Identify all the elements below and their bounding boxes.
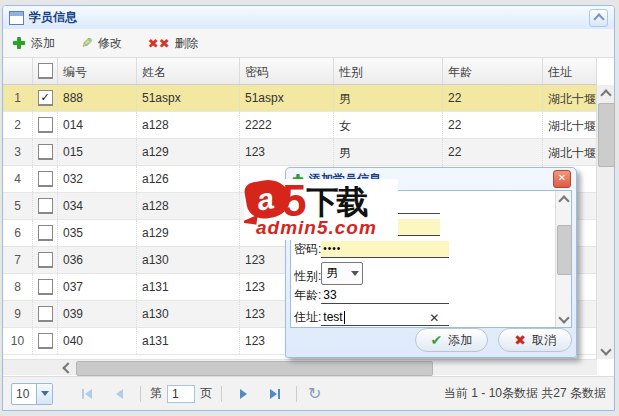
row-checkbox[interactable] [33,328,58,354]
delete-button-label: 删除 [175,35,199,52]
edit-button-label: 修改 [98,35,122,52]
table-row[interactable]: 2014a1282222女22湖北十堰 [3,112,597,139]
password-label: 密码: [294,241,321,258]
row-checkbox[interactable] [33,112,58,138]
row-number: 4 [3,166,33,192]
check-icon: ✔ [431,332,443,348]
close-icon[interactable]: ✕ [553,170,571,188]
cell: 036 [58,247,137,273]
cell: 014 [58,112,137,138]
cell: a126 [137,166,240,192]
cell: 男 [334,139,443,165]
clear-icon[interactable]: ✕ [429,310,439,326]
row-number: 6 [3,220,33,246]
column-header[interactable]: 年龄 [443,58,543,84]
gender-select[interactable]: 男 [321,262,363,285]
password-field[interactable]: •••• [321,241,449,258]
select-all-checkbox[interactable] [33,58,58,84]
column-header[interactable]: 编号 [58,58,137,84]
page-size-select[interactable]: 10 [11,383,53,405]
panel-titlebar: 学员信息 [3,6,614,30]
edit-icon: ✎ [81,36,93,50]
form-row-age: 年龄: 33 [294,287,449,304]
cell: 037 [58,274,137,300]
scroll-down-icon[interactable] [597,343,614,359]
logo-download-text: 下载 [306,186,366,218]
cell: a130 [137,247,240,273]
row-checkbox[interactable] [33,166,58,192]
dialog-cancel-label: 取消 [532,332,556,349]
age-field[interactable]: 33 [321,287,449,304]
scroll-up-icon[interactable] [556,191,571,207]
row-checkbox[interactable] [33,220,58,246]
address-field[interactable]: test✕ [321,309,449,326]
row-checkbox[interactable] [33,301,58,327]
column-header[interactable]: 姓名 [137,58,240,84]
edit-button[interactable]: ✎ 修改 [81,35,122,52]
row-number: 1 [3,85,33,111]
row-number: 8 [3,274,33,300]
vertical-scrollbar[interactable] [596,85,614,359]
row-checkbox[interactable] [33,139,58,165]
pager-separator [221,386,222,402]
row-checkbox[interactable] [33,274,58,300]
toolbar: 添加 ✎ 修改 ✖✖ 删除 [3,29,614,58]
scroll-up-icon[interactable] [597,85,614,101]
next-page-button[interactable] [231,384,255,404]
row-checkbox[interactable]: ✓ [33,85,58,111]
table-row[interactable]: 3015a129123男22湖北十堰 [3,139,597,166]
cell: 湖北十堰 [543,139,597,165]
chevron-down-icon [36,384,52,404]
first-page-button[interactable] [75,384,99,404]
cell: 2222 [240,112,334,138]
page-number-input[interactable] [167,385,195,403]
pager-separator [140,386,141,402]
prev-page-button[interactable] [107,384,131,404]
gender-label: 性别: [294,268,321,285]
page-size-value: 10 [12,387,36,401]
page-label-suffix: 页 [200,385,212,402]
form-row-password: 密码: •••• [294,241,449,258]
column-header[interactable]: 住址 [543,58,597,84]
dialog-footer: ✔ 添加 ✖ 取消 [290,327,572,353]
x-icon: ✖ [514,332,526,348]
dialog-ok-label: 添加 [448,332,472,349]
refresh-icon[interactable]: ↻ [308,384,321,403]
dialog-scroll-thumb[interactable] [557,225,572,275]
dialog-cancel-button[interactable]: ✖ 取消 [498,328,572,352]
row-number-header [3,58,33,84]
add-button[interactable]: 添加 [12,35,55,52]
chevron-down-icon [351,271,359,276]
grid-header: 编号姓名密码性别年龄住址 [3,58,597,85]
table-row[interactable]: 1✓88851aspx51aspx男22湖北十堰 [3,85,597,112]
cell: 032 [58,166,137,192]
row-number: 5 [3,193,33,219]
cell: 015 [58,139,137,165]
delete-icon: ✖✖ [148,37,170,50]
row-checkbox[interactable] [33,247,58,273]
cell: 039 [58,301,137,327]
row-number: 7 [3,247,33,273]
column-header[interactable]: 性别 [334,58,443,84]
panel-title: 学员信息 [29,9,77,26]
pager-bar: 10 第 页 ↻ 当前 1 - 10条数据 共27 条数据 [3,376,614,410]
cell: a131 [137,328,240,354]
cell: a128 [137,193,240,219]
add-button-label: 添加 [31,35,55,52]
hscroll-thumb[interactable] [76,361,433,376]
last-page-button[interactable] [263,384,287,404]
scroll-down-icon[interactable] [556,311,571,327]
vscroll-thumb[interactable] [598,103,615,167]
cell: 123 [240,139,334,165]
column-header[interactable]: 密码 [240,58,334,84]
collapse-icon[interactable] [589,9,608,27]
row-number: 3 [3,139,33,165]
age-label: 年龄: [294,287,321,304]
dialog-ok-button[interactable]: ✔ 添加 [415,328,489,352]
delete-button[interactable]: ✖✖ 删除 [148,35,199,52]
dialog-scrollbar[interactable] [555,191,571,327]
cell: 湖北十堰 [543,112,597,138]
scroll-left-icon[interactable] [58,360,74,375]
row-checkbox[interactable] [33,193,58,219]
horizontal-scrollbar[interactable] [3,359,597,375]
